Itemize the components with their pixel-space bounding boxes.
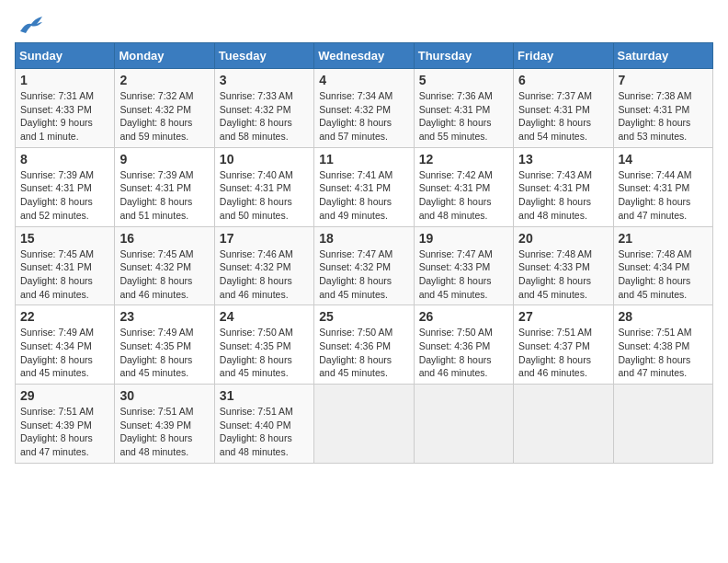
day-number: 24 [220, 309, 309, 324]
day-info: Sunrise: 7:44 AMSunset: 4:31 PMDaylight:… [619, 168, 708, 223]
calendar-day-cell: 10 Sunrise: 7:40 AMSunset: 4:31 PMDaylig… [214, 147, 313, 226]
header-wednesday: Wednesday [314, 43, 414, 69]
calendar-day-cell: 28 Sunrise: 7:51 AMSunset: 4:38 PMDaylig… [613, 305, 712, 385]
header-sunday: Sunday [16, 43, 115, 69]
header-tuesday: Tuesday [214, 43, 313, 69]
day-info: Sunrise: 7:51 AMSunset: 4:40 PMDaylight:… [220, 405, 309, 459]
day-number: 26 [419, 309, 508, 324]
calendar-day-cell: 11 Sunrise: 7:41 AMSunset: 4:31 PMDaylig… [314, 147, 414, 226]
calendar-day-cell: 8 Sunrise: 7:39 AMSunset: 4:31 PMDayligh… [16, 147, 115, 226]
calendar-day-cell: 12 Sunrise: 7:42 AMSunset: 4:31 PMDaylig… [414, 147, 513, 226]
calendar-day-cell: 19 Sunrise: 7:47 AMSunset: 4:33 PMDaylig… [414, 226, 513, 305]
day-number: 27 [518, 309, 608, 324]
calendar-day-cell: 1 Sunrise: 7:31 AMSunset: 4:33 PMDayligh… [16, 69, 115, 148]
calendar-table: SundayMondayTuesdayWednesdayThursdayFrid… [15, 42, 713, 464]
day-info: Sunrise: 7:34 AMSunset: 4:32 PMDaylight:… [319, 89, 408, 144]
day-number: 12 [419, 152, 508, 167]
calendar-day-cell: 23 Sunrise: 7:49 AMSunset: 4:35 PMDaylig… [115, 305, 214, 385]
day-number: 28 [619, 309, 708, 324]
calendar-day-cell: 2 Sunrise: 7:32 AMSunset: 4:32 PMDayligh… [115, 69, 214, 148]
calendar-day-cell [613, 385, 712, 464]
day-info: Sunrise: 7:47 AMSunset: 4:32 PMDaylight:… [319, 247, 408, 302]
day-number: 29 [20, 388, 109, 403]
calendar-day-cell: 5 Sunrise: 7:36 AMSunset: 4:31 PMDayligh… [414, 69, 513, 148]
day-info: Sunrise: 7:49 AMSunset: 4:34 PMDaylight:… [20, 326, 109, 380]
day-info: Sunrise: 7:46 AMSunset: 4:32 PMDaylight:… [220, 247, 309, 302]
day-info: Sunrise: 7:51 AMSunset: 4:37 PMDaylight:… [518, 326, 608, 380]
day-info: Sunrise: 7:37 AMSunset: 4:31 PMDaylight:… [518, 89, 608, 144]
calendar-day-cell: 21 Sunrise: 7:48 AMSunset: 4:34 PMDaylig… [613, 226, 712, 305]
calendar-day-cell: 29 Sunrise: 7:51 AMSunset: 4:39 PMDaylig… [16, 385, 115, 464]
calendar-day-cell: 4 Sunrise: 7:34 AMSunset: 4:32 PMDayligh… [314, 69, 414, 148]
logo-bird-icon [18, 15, 44, 35]
calendar-day-cell: 13 Sunrise: 7:43 AMSunset: 4:31 PMDaylig… [514, 147, 613, 226]
calendar-header-row: SundayMondayTuesdayWednesdayThursdayFrid… [16, 43, 713, 69]
calendar-day-cell: 27 Sunrise: 7:51 AMSunset: 4:37 PMDaylig… [514, 305, 613, 385]
day-number: 10 [220, 152, 309, 167]
calendar-day-cell: 16 Sunrise: 7:45 AMSunset: 4:32 PMDaylig… [115, 226, 214, 305]
day-info: Sunrise: 7:51 AMSunset: 4:39 PMDaylight:… [119, 405, 209, 459]
header-saturday: Saturday [613, 43, 712, 69]
day-info: Sunrise: 7:41 AMSunset: 4:31 PMDaylight:… [319, 168, 408, 223]
day-number: 17 [220, 231, 309, 246]
day-number: 20 [518, 231, 608, 246]
calendar-day-cell [314, 385, 414, 464]
day-number: 8 [20, 152, 109, 167]
day-info: Sunrise: 7:49 AMSunset: 4:35 PMDaylight:… [119, 326, 209, 380]
day-info: Sunrise: 7:48 AMSunset: 4:33 PMDaylight:… [518, 247, 608, 302]
day-info: Sunrise: 7:36 AMSunset: 4:31 PMDaylight:… [419, 89, 508, 144]
calendar-day-cell: 30 Sunrise: 7:51 AMSunset: 4:39 PMDaylig… [115, 385, 214, 464]
day-info: Sunrise: 7:39 AMSunset: 4:31 PMDaylight:… [119, 168, 209, 223]
day-info: Sunrise: 7:51 AMSunset: 4:38 PMDaylight:… [619, 326, 708, 380]
day-number: 31 [220, 388, 309, 403]
calendar-day-cell: 18 Sunrise: 7:47 AMSunset: 4:32 PMDaylig… [314, 226, 414, 305]
day-info: Sunrise: 7:45 AMSunset: 4:31 PMDaylight:… [20, 247, 109, 302]
day-number: 1 [20, 73, 109, 87]
calendar-day-cell: 6 Sunrise: 7:37 AMSunset: 4:31 PMDayligh… [514, 69, 613, 148]
day-number: 11 [319, 152, 408, 167]
page-header [15, 15, 713, 35]
calendar-day-cell: 25 Sunrise: 7:50 AMSunset: 4:36 PMDaylig… [314, 305, 414, 385]
header-friday: Friday [514, 43, 613, 69]
day-number: 3 [220, 73, 309, 87]
calendar-week-row: 29 Sunrise: 7:51 AMSunset: 4:39 PMDaylig… [16, 385, 713, 464]
day-number: 18 [319, 231, 408, 246]
day-number: 13 [518, 152, 608, 167]
day-info: Sunrise: 7:32 AMSunset: 4:32 PMDaylight:… [119, 89, 209, 144]
calendar-day-cell: 26 Sunrise: 7:50 AMSunset: 4:36 PMDaylig… [414, 305, 513, 385]
calendar-day-cell: 3 Sunrise: 7:33 AMSunset: 4:32 PMDayligh… [214, 69, 313, 148]
day-info: Sunrise: 7:45 AMSunset: 4:32 PMDaylight:… [119, 247, 209, 302]
day-number: 15 [20, 231, 109, 246]
day-info: Sunrise: 7:50 AMSunset: 4:36 PMDaylight:… [319, 326, 408, 380]
day-number: 9 [119, 152, 209, 167]
day-info: Sunrise: 7:47 AMSunset: 4:33 PMDaylight:… [419, 247, 508, 302]
day-info: Sunrise: 7:48 AMSunset: 4:34 PMDaylight:… [619, 247, 708, 302]
calendar-week-row: 22 Sunrise: 7:49 AMSunset: 4:34 PMDaylig… [16, 305, 713, 385]
calendar-day-cell: 14 Sunrise: 7:44 AMSunset: 4:31 PMDaylig… [613, 147, 712, 226]
day-number: 6 [518, 73, 608, 87]
day-info: Sunrise: 7:43 AMSunset: 4:31 PMDaylight:… [518, 168, 608, 223]
day-number: 25 [319, 309, 408, 324]
calendar-day-cell: 15 Sunrise: 7:45 AMSunset: 4:31 PMDaylig… [16, 226, 115, 305]
calendar-day-cell: 17 Sunrise: 7:46 AMSunset: 4:32 PMDaylig… [214, 226, 313, 305]
calendar-day-cell: 7 Sunrise: 7:38 AMSunset: 4:31 PMDayligh… [613, 69, 712, 148]
header-thursday: Thursday [414, 43, 513, 69]
day-number: 14 [619, 152, 708, 167]
calendar-week-row: 8 Sunrise: 7:39 AMSunset: 4:31 PMDayligh… [16, 147, 713, 226]
calendar-day-cell [414, 385, 513, 464]
day-number: 2 [119, 73, 209, 87]
calendar-day-cell: 9 Sunrise: 7:39 AMSunset: 4:31 PMDayligh… [115, 147, 214, 226]
calendar-day-cell: 31 Sunrise: 7:51 AMSunset: 4:40 PMDaylig… [214, 385, 313, 464]
calendar-day-cell: 22 Sunrise: 7:49 AMSunset: 4:34 PMDaylig… [16, 305, 115, 385]
day-number: 19 [419, 231, 508, 246]
day-info: Sunrise: 7:51 AMSunset: 4:39 PMDaylight:… [20, 405, 109, 459]
calendar-week-row: 1 Sunrise: 7:31 AMSunset: 4:33 PMDayligh… [16, 69, 713, 148]
day-info: Sunrise: 7:39 AMSunset: 4:31 PMDaylight:… [20, 168, 109, 223]
day-number: 4 [319, 73, 408, 87]
day-info: Sunrise: 7:31 AMSunset: 4:33 PMDaylight:… [20, 89, 109, 144]
logo [15, 15, 44, 35]
day-info: Sunrise: 7:33 AMSunset: 4:32 PMDaylight:… [220, 89, 309, 144]
day-number: 21 [619, 231, 708, 246]
day-info: Sunrise: 7:50 AMSunset: 4:35 PMDaylight:… [220, 326, 309, 380]
day-number: 7 [619, 73, 708, 87]
